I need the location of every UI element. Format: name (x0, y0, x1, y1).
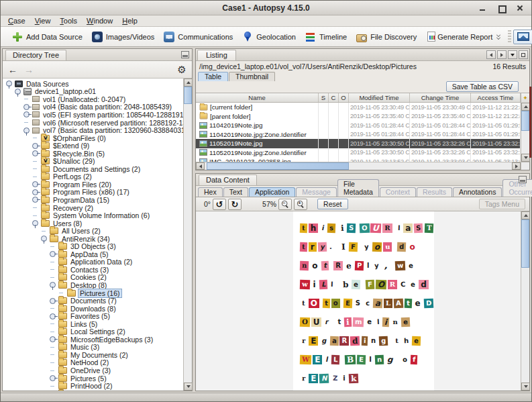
tree-toggle-icon[interactable] (40, 235, 48, 242)
listing-tab[interactable]: Listing (197, 50, 236, 60)
tree-node-extend-9[interactable]: $Extend (9) (3, 142, 183, 150)
tree-node-pictures-5[interactable]: Pictures (5) (3, 374, 183, 383)
forward-button[interactable] (22, 64, 36, 76)
tree-node-recent-2[interactable]: Recent (2) (3, 390, 183, 391)
tree-node-application-data-2[interactable]: Application Data (2) (3, 258, 183, 266)
tab-hex[interactable]: Hex (198, 187, 223, 197)
tab-list-dropdown-icon[interactable] (508, 50, 517, 59)
tree-node-onedrive-3[interactable]: OneDrive (3) (3, 366, 183, 374)
tree-toggle-icon[interactable] (49, 336, 56, 343)
toolbar-button-images-videos[interactable]: Images/Videos (87, 30, 160, 44)
toolbar-drag-handle[interactable] (508, 30, 511, 44)
tree-node-appdata-5[interactable]: AppData (5) (3, 250, 183, 258)
tree-node-local-settings-2[interactable]: Local Settings (2) (3, 328, 183, 336)
tab-application[interactable]: Application (249, 187, 295, 197)
tree-toggle-icon[interactable] (49, 313, 56, 320)
toolbar-button-add-data-source[interactable]: Add Data Source (7, 30, 87, 44)
column-header-modified-time[interactable]: Modified Time (349, 93, 410, 102)
table-row-11042019note-jpg-zone-identifier[interactable]: 11042019Note.jpg:Zone.Identifier2019-11-… (196, 130, 521, 140)
rotate-counterclockwise-icon[interactable] (213, 199, 226, 210)
minimize-panel-icon[interactable] (181, 51, 189, 58)
rotate-clockwise-icon[interactable] (228, 199, 242, 210)
maximize-panel-icon[interactable] (519, 50, 528, 59)
tree-toggle-icon[interactable] (23, 111, 30, 118)
tab-text[interactable]: Text (223, 187, 248, 197)
view-tab-table[interactable]: Table (198, 72, 228, 81)
tree-node-orphanfiles-0[interactable]: $OrphanFiles (0) (3, 134, 183, 142)
tree-node-music-3[interactable]: Music (3) (3, 344, 183, 352)
menu-tools[interactable]: Tools (55, 16, 82, 26)
tab-annotations[interactable]: Annotations (453, 187, 502, 197)
tree-node-vol6-microsoft-reserved-partition-1288192-1320959[interactable]: vol6 (Microsoft reserved partition: 1288… (3, 119, 183, 127)
tree-toggle-icon[interactable] (32, 196, 39, 203)
scroll-right-button[interactable] (512, 162, 521, 170)
tree-node-vol5-efi-system-partition-1085440-1288191[interactable]: vol5 (EFI system partition: 1085440-1288… (3, 111, 183, 119)
column-header-o[interactable]: O (339, 93, 349, 102)
tree-node-all-users-2[interactable]: All Users (2) (3, 227, 183, 235)
directory-tree-tab[interactable]: Directory Tree (5, 50, 66, 60)
tree-toggle-icon[interactable] (5, 80, 13, 87)
tree-node-contacts-3[interactable]: Contacts (3) (3, 266, 183, 274)
tree-node-links-5[interactable]: Links (5) (3, 320, 183, 328)
column-header-name[interactable]: Name (196, 93, 319, 102)
table-row-11042019note-jpg[interactable]: 11042019Note.jpg2019-11-05 01:28:44 CET2… (196, 121, 521, 130)
messages-button[interactable] (513, 30, 532, 44)
maximize-icon[interactable] (496, 3, 506, 13)
tree-node-vol1-unallocated-0-2047[interactable]: vol1 (Unallocated: 0-2047) (3, 95, 183, 103)
close-icon[interactable] (515, 3, 525, 13)
tree-node-system-volume-information-6[interactable]: System Volume Information (6) (3, 211, 183, 219)
tree-toggle-icon[interactable] (49, 297, 56, 305)
scrollbar-thumb[interactable] (521, 219, 529, 268)
tree-node-users-8[interactable]: Users (8) (3, 219, 183, 228)
tree-node-my-documents-2[interactable]: My Documents (2) (3, 351, 183, 359)
tree-vertical-scrollbar[interactable] (183, 79, 192, 391)
tree-node-cookies-2[interactable]: Cookies (2) (3, 274, 183, 282)
tree-node-antirenzik-34[interactable]: AntiRenzik (34) (3, 235, 183, 243)
tree-node-documents-7[interactable]: Documents (7) (3, 297, 183, 305)
tab-file-metadata[interactable]: File Metadata (337, 179, 379, 197)
tree-node-data-sources[interactable]: Data Sources (3, 80, 183, 88)
toolbar-button-file-discovery[interactable]: File Discovery (352, 31, 421, 43)
tree-toggle-icon[interactable] (23, 103, 30, 111)
tree-toggle-icon[interactable] (23, 127, 30, 134)
tree-node-downloads-8[interactable]: Downloads (8) (3, 305, 183, 313)
toolbar-button-timeline[interactable]: Timeline (301, 30, 352, 44)
menu-help[interactable]: Help (117, 16, 142, 26)
tab-scroll-right-icon[interactable] (497, 50, 507, 59)
tree-node-favorites-5[interactable]: Favorites (5) (3, 312, 183, 320)
menu-window[interactable]: Window (82, 16, 117, 26)
reset-button[interactable]: Reset (317, 199, 348, 209)
table-row-current-folder[interactable]: [current folder]2019-11-05 23:30:49 CET2… (196, 103, 521, 112)
toolbar-button-communications[interactable]: Communications (159, 30, 237, 44)
tree-toggle-icon[interactable] (32, 150, 39, 157)
toolbar-button-geolocation[interactable]: Geolocation (237, 30, 301, 44)
tree-toggle-icon[interactable] (32, 181, 39, 188)
tree-node-microsoftedgebackups-3[interactable]: MicrosoftEdgeBackups (3) (3, 336, 183, 344)
tree-node-perflogs-2[interactable]: PerfLogs (2) (3, 173, 183, 181)
tree-node-vol4-basic-data-partition-2048-1085439[interactable]: vol4 (Basic data partition: 2048-1085439… (3, 103, 183, 111)
tree-node-program-files-x86-17[interactable]: Program Files (x86) (17) (3, 189, 183, 197)
back-button[interactable] (6, 64, 19, 76)
tree-node-unalloc-29[interactable]: $Unalloc (29) (3, 157, 183, 165)
menu-case[interactable]: Case (3, 16, 30, 26)
tree-node-recovery-2[interactable]: Recovery (2) (3, 204, 183, 212)
viewer-vertical-scrollbar[interactable] (521, 211, 529, 391)
tree-toggle-icon[interactable] (14, 88, 21, 95)
tree-toggle-icon[interactable] (32, 219, 39, 227)
tree-node-program-files-20[interactable]: Program Files (20) (3, 181, 183, 189)
scroll-down-button[interactable] (521, 383, 530, 391)
column-header-s[interactable]: S (319, 93, 329, 102)
column-header-change-time[interactable]: Change Time (410, 93, 471, 102)
tab-scroll-left-icon[interactable] (486, 50, 496, 59)
toolbar-button-generate-report[interactable]: Generate Report (421, 30, 506, 44)
tree-node-nethood-2[interactable]: NetHood (2) (3, 359, 183, 367)
table-row-parent-folder[interactable]: [parent folder]2019-11-05 23:35:40 CET20… (196, 112, 521, 121)
menu-view[interactable]: View (30, 16, 56, 26)
column-header-c[interactable]: C (329, 93, 339, 102)
table-row-11052019note-jpg[interactable]: 11052019Note.jpg2019-11-05 23:30:50 CET2… (196, 139, 521, 148)
gear-icon[interactable] (175, 64, 189, 76)
tree-node-programdata-15[interactable]: ProgramData (15) (3, 196, 183, 204)
view-tab-thumbnail[interactable]: Thumbnail (229, 72, 275, 81)
scrollbar-thumb[interactable] (207, 162, 349, 170)
table-horizontal-scrollbar[interactable] (196, 162, 521, 170)
